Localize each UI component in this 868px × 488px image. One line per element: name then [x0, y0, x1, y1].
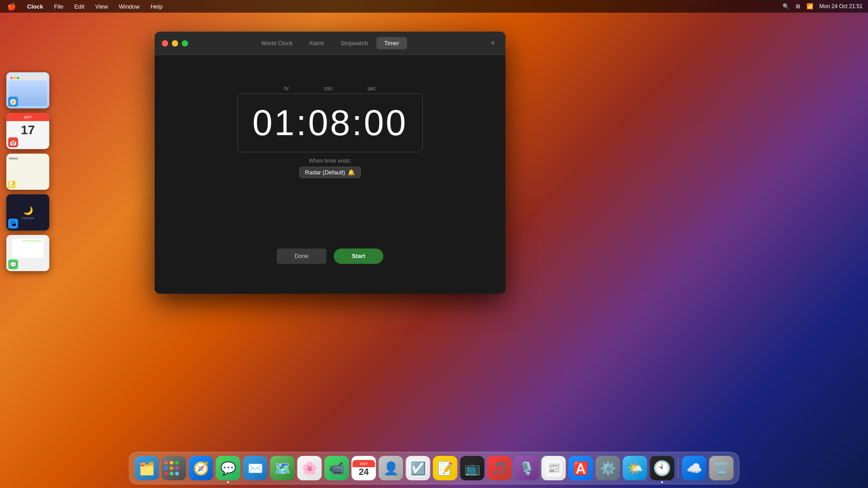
dock-item-syspreferences[interactable]: ⚙️ — [596, 456, 620, 480]
dock-item-appstore[interactable]: 🅰️ — [569, 456, 593, 480]
menubar-right: 🔍 ⊞ 📶 Mon 24 Oct 21:51 — [783, 3, 863, 9]
appletv-dock-icon: 📺 — [464, 461, 480, 476]
tab-alarm[interactable]: Alarm — [301, 37, 332, 49]
safari-dock-icon: 🧭 — [193, 461, 209, 476]
svg-point-8 — [175, 472, 179, 475]
notes-dock-icon: 📝 — [437, 461, 453, 476]
safari-icon: 🧭 — [8, 97, 18, 107]
timer-section: hr min sec 01:08:00 When timer ends: Rad… — [237, 85, 422, 178]
dock-item-news[interactable]: 📰 — [542, 456, 566, 480]
sound-emoji: 🔔 — [348, 169, 355, 176]
apple-menu[interactable]: 🍎 — [5, 1, 18, 12]
view-menu[interactable]: View — [94, 2, 110, 11]
dock-item-contacts[interactable]: 👤 — [379, 456, 403, 480]
edit-menu[interactable]: Edit — [72, 2, 86, 11]
calendar-icon: 📅 — [8, 137, 18, 147]
dock-item-messages[interactable]: 💬 — [216, 456, 241, 480]
svg-point-2 — [175, 461, 179, 465]
timer-buttons: Done Start — [277, 249, 383, 264]
calendar-thumbnail[interactable]: OCT 17 📅 — [6, 113, 49, 149]
dock-item-safari[interactable]: 🧭 — [189, 456, 213, 480]
notes-thumbnail[interactable]: Notes 📝 — [6, 154, 49, 190]
dock-item-airdrop[interactable]: ☁️ — [682, 456, 707, 480]
datetime-display[interactable]: Mon 24 Oct 21:51 — [820, 3, 863, 9]
search-icon[interactable]: 🔍 — [783, 3, 789, 9]
weather-dock-icon: 🌤️ — [627, 461, 643, 476]
dock-item-reminders[interactable]: ☑️ — [406, 456, 430, 480]
start-button[interactable]: Start — [334, 249, 383, 264]
svg-point-0 — [165, 461, 168, 465]
svg-point-6 — [165, 472, 168, 475]
menubar: 🍎 Clock File Edit View Window Help 🔍 ⊞ 📶… — [0, 0, 868, 13]
messages-thumbnail[interactable]: 💬 — [6, 235, 49, 271]
minimize-button[interactable] — [172, 40, 178, 47]
window-content: hr min sec 01:08:00 When timer ends: Rad… — [155, 55, 505, 294]
tab-world-clock[interactable]: World Clock — [253, 37, 301, 49]
maximize-button[interactable] — [182, 40, 188, 47]
close-button[interactable] — [162, 40, 168, 47]
sound-name: Radar (Default) — [305, 169, 345, 176]
control-center-icon[interactable]: ⊞ — [796, 3, 800, 9]
dock-item-clock[interactable]: 🕙 — [650, 456, 675, 480]
music-dock-icon: 🎵 — [491, 461, 507, 476]
timer-display-box[interactable]: 01:08:00 — [237, 94, 422, 152]
wifi-icon[interactable]: 📶 — [807, 3, 813, 9]
safari-thumbnail[interactable]: 🧭 — [6, 72, 49, 108]
timer-when-ends: When timer ends: Radar (Default) 🔔 — [299, 158, 361, 178]
window-menu[interactable]: Window — [117, 2, 142, 11]
dock-item-weather[interactable]: 🌤️ — [623, 456, 647, 480]
add-button[interactable]: + — [487, 38, 498, 49]
when-ends-label: When timer ends: — [309, 158, 351, 164]
desktop: 🍎 Clock File Edit View Window Help 🔍 ⊞ 📶… — [0, 0, 868, 488]
dock-item-calendar[interactable]: OCT 24 — [352, 456, 376, 480]
dark-thumbnail[interactable]: 🌙 Calendar 🌤 — [6, 194, 49, 230]
dark-app-icon: 🌤 — [8, 219, 18, 229]
calendar-month: OCT — [6, 113, 49, 121]
dock-item-music[interactable]: 🎵 — [487, 456, 512, 480]
clock-window: World Clock Alarm Stopwatch Timer + hr m… — [155, 32, 505, 294]
facetime-dock-icon: 📹 — [329, 461, 344, 476]
maps-dock-icon: 🗺️ — [274, 461, 290, 476]
timer-labels: hr min sec — [258, 85, 402, 92]
window-titlebar: World Clock Alarm Stopwatch Timer + — [155, 32, 505, 55]
dock-item-mail[interactable]: ✉️ — [243, 456, 268, 480]
dock: 🗂️ 🧭 💬 — [129, 452, 740, 484]
svg-point-5 — [175, 466, 179, 470]
dock-item-facetime[interactable]: 📹 — [325, 456, 349, 480]
dock-separator — [678, 458, 679, 478]
svg-point-3 — [165, 466, 168, 470]
done-button[interactable]: Done — [277, 249, 326, 264]
svg-point-4 — [170, 466, 174, 470]
hr-label: hr — [284, 85, 289, 92]
tab-stopwatch[interactable]: Stopwatch — [332, 37, 376, 49]
dock-item-trash[interactable]: 🗑️ — [709, 456, 734, 480]
reminders-dock-icon: ☑️ — [410, 460, 427, 477]
dock-item-photos[interactable]: 🌸 — [297, 456, 322, 480]
calendar-date: 17 — [6, 123, 49, 137]
clock-dock-icon: 🕙 — [653, 460, 671, 477]
messages-icon: 💬 — [8, 259, 18, 269]
window-tabs: World Clock Alarm Stopwatch Timer — [253, 37, 407, 49]
app-name-menu[interactable]: Clock — [25, 2, 45, 11]
menubar-left: 🍎 Clock File Edit View Window Help — [5, 1, 165, 12]
airdrop-dock-icon: ☁️ — [686, 461, 702, 476]
svg-point-1 — [170, 461, 174, 465]
dock-item-notes[interactable]: 📝 — [433, 456, 458, 480]
sec-label: sec — [368, 85, 376, 92]
file-menu[interactable]: File — [52, 2, 65, 11]
help-menu[interactable]: Help — [149, 2, 165, 11]
dock-item-maps[interactable]: 🗺️ — [270, 456, 295, 480]
mail-dock-icon: ✉️ — [247, 461, 263, 476]
news-dock-icon: 📰 — [545, 460, 562, 477]
dock-item-podcasts[interactable]: 🎙️ — [514, 456, 539, 480]
dock-item-launchpad[interactable] — [162, 456, 186, 480]
photos-dock-icon: 🌸 — [302, 461, 317, 476]
trash-dock-icon: 🗑️ — [713, 461, 729, 476]
tab-timer[interactable]: Timer — [376, 37, 407, 49]
finder-icon: 🗂️ — [139, 461, 155, 476]
app-switcher: 🧭 OCT 17 📅 Notes 📝 🌙 Calendar 🌤 — [6, 72, 49, 271]
sound-selector[interactable]: Radar (Default) 🔔 — [299, 167, 361, 178]
contacts-dock-icon: 👤 — [383, 461, 399, 476]
dock-item-appletv[interactable]: 📺 — [460, 456, 485, 480]
dock-item-finder[interactable]: 🗂️ — [135, 456, 159, 480]
